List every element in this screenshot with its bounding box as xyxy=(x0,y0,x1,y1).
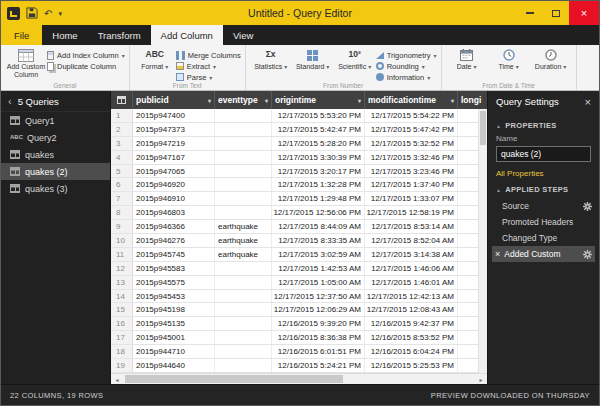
query-list-item[interactable]: quakes (3) xyxy=(1,180,110,197)
column-header-modificationtime[interactable]: modificationtime▾ xyxy=(365,91,458,109)
row-number[interactable]: 9 xyxy=(111,220,133,233)
filter-caret-icon[interactable]: ▾ xyxy=(358,97,361,104)
cell-longi[interactable] xyxy=(458,109,478,122)
cell-longi[interactable] xyxy=(458,276,478,289)
close-pane-icon[interactable]: × xyxy=(585,96,591,108)
cell-publicid[interactable]: 2015p947219 xyxy=(133,137,215,150)
applied-step[interactable]: Promoted Headers xyxy=(492,214,595,230)
cell-longi[interactable] xyxy=(458,331,478,344)
cell-eventtype[interactable] xyxy=(215,331,272,344)
cell-publicid[interactable]: 2015p944710 xyxy=(133,345,215,358)
cell-origintime[interactable]: 12/17/2015 3:30:39 PM xyxy=(272,151,365,164)
maximize-button[interactable] xyxy=(543,1,569,25)
cell-modificationtime[interactable]: 12/17/2015 12:42:13 AM xyxy=(365,290,458,303)
cell-modificationtime[interactable]: 12/17/2015 12:08:43 AM xyxy=(365,303,458,316)
filter-caret-icon[interactable]: ▾ xyxy=(451,97,454,104)
format-button[interactable]: ABC Format ▾ xyxy=(134,47,176,71)
cell-publicid[interactable]: 2015p945575 xyxy=(133,276,215,289)
horizontal-scrollbar-track[interactable] xyxy=(123,374,475,384)
row-number[interactable]: 3 xyxy=(111,137,133,150)
cell-longi[interactable] xyxy=(458,359,478,372)
cell-publicid[interactable]: 2015p945745 xyxy=(133,248,215,261)
cell-longi[interactable] xyxy=(458,151,478,164)
cell-modificationtime[interactable]: 12/17/2015 1:37:40 PM xyxy=(365,178,458,191)
query-list-item[interactable]: Query2 xyxy=(1,129,110,146)
cell-longi[interactable] xyxy=(458,192,478,205)
cell-origintime[interactable]: 12/17/2015 1:05:00 AM xyxy=(272,276,365,289)
cell-modificationtime[interactable]: 12/17/2015 5:54:22 PM xyxy=(365,109,458,122)
tab-add-column[interactable]: Add Column xyxy=(151,25,223,45)
row-number[interactable]: 19 xyxy=(111,359,133,372)
cell-eventtype[interactable] xyxy=(215,151,272,164)
row-number[interactable]: 12 xyxy=(111,262,133,275)
cell-publicid[interactable]: 2015p947167 xyxy=(133,151,215,164)
cell-modificationtime[interactable]: 12/17/2015 12:58:19 PM xyxy=(365,206,458,219)
cell-longi[interactable] xyxy=(458,317,478,330)
cell-origintime[interactable]: 12/17/2015 5:42:47 PM xyxy=(272,123,365,136)
row-number[interactable]: 11 xyxy=(111,248,133,261)
cell-longi[interactable] xyxy=(458,165,478,178)
cell-eventtype[interactable] xyxy=(215,178,272,191)
cell-modificationtime[interactable]: 12/17/2015 3:14:38 AM xyxy=(365,248,458,261)
cell-eventtype[interactable] xyxy=(215,317,272,330)
row-number[interactable]: 7 xyxy=(111,192,133,205)
collapse-pane-icon[interactable]: ‹ xyxy=(8,96,12,107)
row-number[interactable]: 17 xyxy=(111,331,133,344)
cell-eventtype[interactable] xyxy=(215,345,272,358)
vertical-scrollbar[interactable] xyxy=(478,109,487,373)
cell-modificationtime[interactable]: 12/16/2015 6:04:24 PM xyxy=(365,345,458,358)
gear-icon[interactable] xyxy=(583,250,592,259)
cell-eventtype[interactable] xyxy=(215,359,272,372)
cell-eventtype[interactable]: earthquake xyxy=(215,248,272,261)
cell-eventtype[interactable]: earthquake xyxy=(215,220,272,233)
cell-publicid[interactable]: 2015p947400 xyxy=(133,109,215,122)
duration-button[interactable]: Duration ▾ xyxy=(530,47,572,71)
cell-longi[interactable] xyxy=(458,303,478,316)
row-number[interactable]: 1 xyxy=(111,109,133,122)
cell-publicid[interactable]: 2015p945583 xyxy=(133,262,215,275)
row-number[interactable]: 18 xyxy=(111,345,133,358)
cell-eventtype[interactable] xyxy=(215,123,272,136)
information-button[interactable]: Information ▾ xyxy=(376,72,437,82)
cell-modificationtime[interactable]: 12/17/2015 3:32:46 PM xyxy=(365,151,458,164)
cell-origintime[interactable]: 12/16/2015 8:36:38 PM xyxy=(272,331,365,344)
cell-origintime[interactable]: 12/17/2015 3:02:59 AM xyxy=(272,248,365,261)
cell-modificationtime[interactable]: 12/16/2015 8:53:52 PM xyxy=(365,331,458,344)
vertical-scrollbar-thumb[interactable] xyxy=(480,111,486,145)
minimize-button[interactable] xyxy=(517,1,543,25)
row-number[interactable]: 10 xyxy=(111,234,133,247)
cell-eventtype[interactable] xyxy=(215,137,272,150)
cell-modificationtime[interactable]: 12/16/2015 9:42:37 PM xyxy=(365,317,458,330)
applied-step[interactable]: ×Added Custom xyxy=(492,246,595,262)
undo-icon[interactable]: ↶ xyxy=(44,7,52,20)
delete-step-icon[interactable]: × xyxy=(495,249,500,259)
cell-origintime[interactable]: 12/16/2015 9:39:20 PM xyxy=(272,317,365,330)
cell-modificationtime[interactable]: 12/17/2015 1:46:01 AM xyxy=(365,276,458,289)
cell-origintime[interactable]: 12/17/2015 8:44:09 AM xyxy=(272,220,365,233)
gear-icon[interactable] xyxy=(583,202,592,211)
horizontal-scrollbar[interactable]: ◂ ▸ xyxy=(111,373,487,384)
add-custom-column-button[interactable]: Add Custom Column xyxy=(5,47,47,79)
applied-step[interactable]: Changed Type xyxy=(492,230,595,246)
cell-longi[interactable] xyxy=(458,345,478,358)
statistics-button[interactable]: Σx Statistics ▾ xyxy=(250,47,292,71)
cell-modificationtime[interactable]: 12/17/2015 5:47:42 PM xyxy=(365,123,458,136)
cell-longi[interactable] xyxy=(458,234,478,247)
cell-eventtype[interactable] xyxy=(215,109,272,122)
cell-origintime[interactable]: 12/17/2015 12:06:29 AM xyxy=(272,303,365,316)
cell-origintime[interactable]: 12/17/2015 5:53:20 PM xyxy=(272,109,365,122)
cell-longi[interactable] xyxy=(458,290,478,303)
cell-eventtype[interactable] xyxy=(215,276,272,289)
cell-modificationtime[interactable]: 12/17/2015 5:32:52 PM xyxy=(365,137,458,150)
scroll-right-icon[interactable]: ▸ xyxy=(475,374,487,384)
tab-file[interactable]: File xyxy=(1,25,42,45)
rounding-button[interactable]: Rounding ▾ xyxy=(376,61,437,71)
scroll-left-icon[interactable]: ◂ xyxy=(111,374,123,384)
cell-longi[interactable] xyxy=(458,220,478,233)
filter-caret-icon[interactable]: ▾ xyxy=(265,97,268,104)
cell-eventtype[interactable] xyxy=(215,262,272,275)
cell-longi[interactable] xyxy=(458,206,478,219)
all-properties-link[interactable]: All Properties xyxy=(496,169,591,178)
tab-home[interactable]: Home xyxy=(42,25,87,45)
column-header-publicid[interactable]: publicid▾ xyxy=(133,91,215,109)
